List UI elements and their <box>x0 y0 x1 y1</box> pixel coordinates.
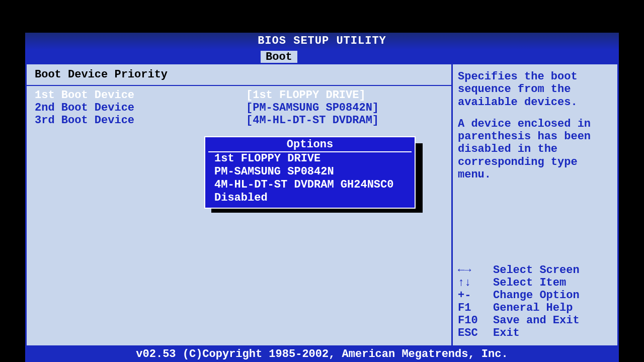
key-desc: Select Item <box>493 277 566 289</box>
help-pane: Specifies the boot sequence from the ava… <box>453 63 619 347</box>
key-desc: Exit <box>493 327 520 339</box>
popup-title: Options <box>205 138 415 151</box>
key-legend: ←→Select Screen ↑↓Select Item +-Change O… <box>458 264 612 339</box>
boot-row-value: [4M-HL-DT-ST DVDRAM] <box>246 114 443 127</box>
title-bar: BIOS SETUP UTILITY <box>25 33 619 50</box>
popup-item-dvdram[interactable]: 4M-HL-DT-ST DVDRAM GH24NSC0 <box>208 178 412 192</box>
boot-row-1[interactable]: 1st Boot Device [1st FLOPPY DRIVE] <box>35 89 443 102</box>
key-f1: F1 <box>458 302 493 314</box>
app-title: BIOS SETUP UTILITY <box>258 35 386 47</box>
footer-bar: v02.53 (C)Copyright 1985-2002, American … <box>25 347 619 362</box>
popup-item-disabled[interactable]: Disabled <box>208 192 412 205</box>
section-title: Boot Device Priority <box>35 68 443 81</box>
tab-strip: Boot <box>25 50 619 63</box>
key-desc: Change Option <box>493 289 580 302</box>
help-text-1: Specifies the boot sequence from the ava… <box>458 70 612 109</box>
key-desc: Save and Exit <box>493 314 580 327</box>
key-desc: General Help <box>493 302 573 314</box>
key-esc: ESC <box>458 327 493 339</box>
key-plusminus: +- <box>458 289 493 302</box>
boot-row-value: [PM-SAMSUNG SP0842N] <box>246 102 443 114</box>
popup-item-samsung[interactable]: PM-SAMSUNG SP0842N <box>208 165 412 178</box>
key-arrows-lr: ←→ <box>458 264 493 277</box>
divider <box>27 85 451 86</box>
footer-text: v02.53 (C)Copyright 1985-2002, American … <box>136 348 508 360</box>
help-text-2: A device enclosed in parenthesis has bee… <box>458 118 612 181</box>
boot-row-label: 2nd Boot Device <box>35 102 246 114</box>
boot-row-label: 3rd Boot Device <box>35 114 246 127</box>
key-desc: Select Screen <box>493 264 580 277</box>
key-arrows-ud: ↑↓ <box>458 277 493 289</box>
boot-row-2[interactable]: 2nd Boot Device [PM-SAMSUNG SP0842N] <box>35 102 443 114</box>
boot-row-value: [1st FLOPPY DRIVE] <box>246 89 443 102</box>
popup-item-floppy[interactable]: 1st FLOPPY DRIVE <box>208 152 412 165</box>
tab-boot[interactable]: Boot <box>260 50 298 63</box>
boot-row-3[interactable]: 3rd Boot Device [4M-HL-DT-ST DVDRAM] <box>35 114 443 127</box>
boot-row-label: 1st Boot Device <box>35 89 246 102</box>
key-f10: F10 <box>458 314 493 327</box>
bios-screen: BIOS SETUP UTILITY Boot Boot Device Prio… <box>25 33 619 362</box>
options-popup: Options 1st FLOPPY DRIVE PM-SAMSUNG SP08… <box>204 136 416 209</box>
